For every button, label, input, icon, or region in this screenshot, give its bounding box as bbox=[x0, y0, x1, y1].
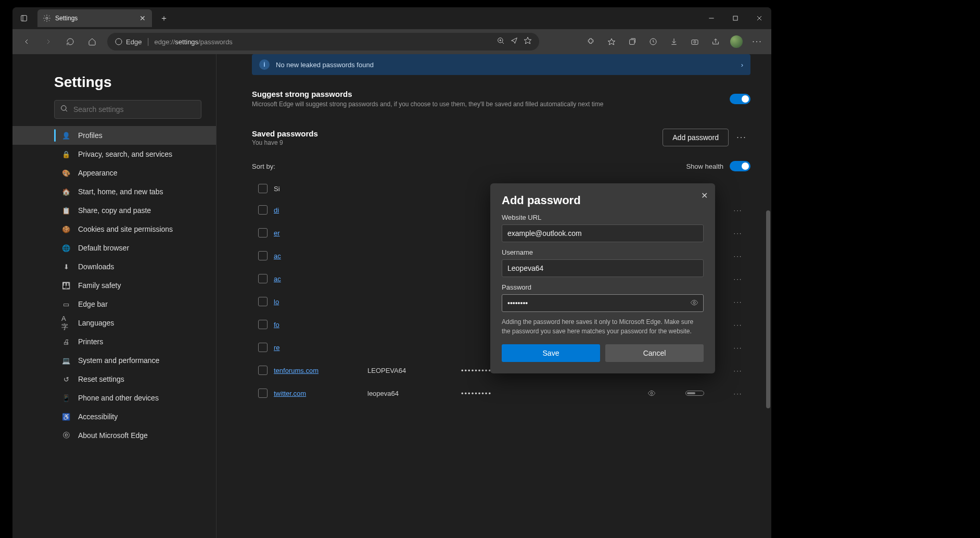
sidebar-item-start-home-and-new-tabs[interactable]: 🏠Start, home, and new tabs bbox=[12, 182, 216, 201]
home-button[interactable] bbox=[82, 32, 102, 52]
address-bar[interactable]: Edge | edge://settings/passwords bbox=[107, 33, 539, 51]
favorite-icon[interactable] bbox=[524, 36, 532, 47]
tab-actions-button[interactable] bbox=[12, 7, 35, 29]
zoom-icon[interactable] bbox=[497, 36, 505, 47]
suggest-toggle[interactable] bbox=[730, 94, 750, 104]
browser-tab[interactable]: Settings ✕ bbox=[37, 9, 152, 27]
row-checkbox[interactable] bbox=[258, 366, 268, 375]
sidebar-item-family-safety[interactable]: 👪Family safety bbox=[12, 276, 216, 295]
sidebar-item-phone-and-other-devices[interactable]: 📱Phone and other devices bbox=[12, 389, 216, 407]
saved-more-button[interactable]: ··· bbox=[733, 129, 750, 146]
row-site[interactable]: di bbox=[274, 206, 367, 214]
svg-point-20 bbox=[61, 106, 66, 110]
back-button[interactable] bbox=[17, 32, 36, 52]
row-site[interactable]: er bbox=[274, 229, 367, 237]
row-more-button[interactable]: ··· bbox=[728, 321, 748, 329]
row-site[interactable]: ac bbox=[274, 275, 367, 283]
row-checkbox[interactable] bbox=[258, 297, 268, 306]
profile-avatar[interactable] bbox=[727, 32, 746, 52]
row-checkbox[interactable] bbox=[258, 343, 268, 352]
search-settings[interactable] bbox=[54, 100, 201, 119]
add-password-button[interactable]: Add password bbox=[663, 129, 729, 146]
row-site[interactable]: twitter.com bbox=[274, 390, 367, 397]
collections-icon[interactable] bbox=[622, 32, 642, 52]
sidebar-item-default-browser[interactable]: 🌐Default browser bbox=[12, 239, 216, 257]
dialog-close-button[interactable]: ✕ bbox=[701, 191, 708, 201]
minimize-button[interactable] bbox=[699, 10, 723, 27]
leaked-passwords-banner[interactable]: i No new leaked passwords found › bbox=[252, 54, 750, 75]
row-site[interactable]: tenforums.com bbox=[274, 367, 367, 374]
cancel-button[interactable]: Cancel bbox=[605, 344, 704, 362]
forward-button[interactable] bbox=[39, 32, 58, 52]
saved-title: Saved passwords bbox=[252, 129, 318, 138]
row-checkbox[interactable] bbox=[258, 389, 268, 398]
maximize-button[interactable] bbox=[723, 10, 747, 27]
sidebar-item-cookies-and-site-permissions[interactable]: 🍪Cookies and site permissions bbox=[12, 220, 216, 239]
saved-desc: You have 9 bbox=[252, 139, 318, 146]
website-url-input[interactable] bbox=[502, 224, 704, 242]
row-more-button[interactable]: ··· bbox=[728, 390, 748, 397]
menu-button[interactable]: ··· bbox=[747, 32, 767, 52]
sidebar-item-about-microsoft-edge[interactable]: ⓔAbout Microsoft Edge bbox=[12, 426, 216, 445]
row-more-button[interactable]: ··· bbox=[728, 252, 748, 260]
row-checkbox[interactable] bbox=[258, 274, 268, 283]
add-password-dialog: ✕ Add password Website URL Username Pass… bbox=[490, 183, 715, 373]
row-checkbox[interactable] bbox=[258, 320, 268, 329]
svg-rect-4 bbox=[733, 16, 737, 20]
row-more-button[interactable]: ··· bbox=[728, 298, 748, 306]
sidebar-item-profiles[interactable]: 👤Profiles bbox=[12, 126, 216, 145]
close-tab-button[interactable]: ✕ bbox=[138, 14, 147, 22]
row-checkbox[interactable] bbox=[258, 251, 268, 260]
reveal-icon[interactable] bbox=[641, 389, 662, 397]
suggest-desc: Microsoft Edge will suggest strong passw… bbox=[252, 101, 730, 108]
history-icon[interactable] bbox=[643, 32, 663, 52]
show-health-toggle[interactable] bbox=[730, 161, 750, 171]
downloads-icon[interactable] bbox=[664, 32, 684, 52]
nav-icon: 🌐 bbox=[61, 244, 71, 252]
row-site[interactable]: fo bbox=[274, 321, 367, 329]
row-checkbox[interactable] bbox=[258, 228, 268, 237]
nav-label: Languages bbox=[78, 319, 114, 327]
save-button[interactable]: Save bbox=[502, 344, 600, 362]
password-input[interactable] bbox=[502, 294, 704, 312]
favorites-icon[interactable] bbox=[602, 32, 621, 52]
sidebar-item-printers[interactable]: 🖨Printers bbox=[12, 332, 216, 351]
send-icon[interactable] bbox=[510, 36, 518, 47]
select-all-checkbox[interactable] bbox=[258, 184, 268, 193]
sidebar-item-privacy-search-and-services[interactable]: 🔒Privacy, search, and services bbox=[12, 145, 216, 164]
nav-label: Printers bbox=[78, 337, 103, 346]
nav-icon: 🎨 bbox=[61, 169, 71, 177]
svg-rect-17 bbox=[692, 40, 698, 45]
nav-icon: 📋 bbox=[61, 207, 71, 215]
dialog-hint: Adding the password here saves it only t… bbox=[502, 317, 704, 336]
sidebar-item-downloads[interactable]: ⬇Downloads bbox=[12, 257, 216, 276]
dialog-title: Add password bbox=[502, 194, 704, 207]
sidebar-item-languages[interactable]: A字Languages bbox=[12, 314, 216, 332]
new-tab-button[interactable]: ＋ bbox=[155, 9, 173, 27]
nav-icon: 📱 bbox=[61, 394, 71, 402]
row-site[interactable]: re bbox=[274, 344, 367, 352]
row-site[interactable]: lo bbox=[274, 298, 367, 306]
row-more-button[interactable]: ··· bbox=[728, 344, 748, 352]
sidebar-item-edge-bar[interactable]: ▭Edge bar bbox=[12, 295, 216, 314]
reveal-password-icon[interactable] bbox=[690, 298, 698, 309]
scrollbar[interactable] bbox=[766, 210, 770, 408]
row-more-button[interactable]: ··· bbox=[728, 367, 748, 374]
search-input[interactable] bbox=[73, 105, 196, 114]
close-window-button[interactable] bbox=[747, 10, 771, 27]
sidebar-item-system-and-performance[interactable]: 💻System and performance bbox=[12, 351, 216, 370]
row-more-button[interactable]: ··· bbox=[728, 229, 748, 237]
sidebar-item-share-copy-and-paste[interactable]: 📋Share, copy and paste bbox=[12, 201, 216, 220]
row-more-button[interactable]: ··· bbox=[728, 206, 748, 214]
row-more-button[interactable]: ··· bbox=[728, 275, 748, 283]
share-icon[interactable] bbox=[706, 32, 726, 52]
row-site[interactable]: ac bbox=[274, 252, 367, 260]
username-input[interactable] bbox=[502, 259, 704, 277]
sidebar-item-appearance[interactable]: 🎨Appearance bbox=[12, 164, 216, 182]
sidebar-item-reset-settings[interactable]: ↺Reset settings bbox=[12, 370, 216, 389]
refresh-button[interactable] bbox=[60, 32, 80, 52]
row-checkbox[interactable] bbox=[258, 205, 268, 215]
extensions-icon[interactable] bbox=[581, 32, 601, 52]
sidebar-item-accessibility[interactable]: ♿Accessibility bbox=[12, 407, 216, 426]
screenshot-icon[interactable] bbox=[685, 32, 705, 52]
